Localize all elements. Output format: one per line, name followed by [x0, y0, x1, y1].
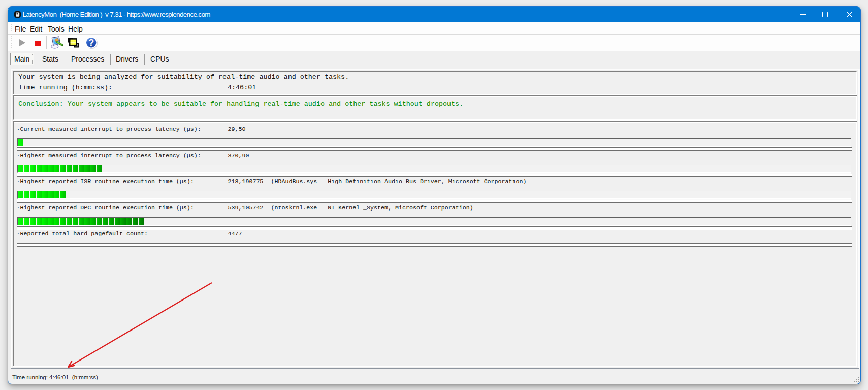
svg-text:?: ? — [88, 37, 94, 48]
